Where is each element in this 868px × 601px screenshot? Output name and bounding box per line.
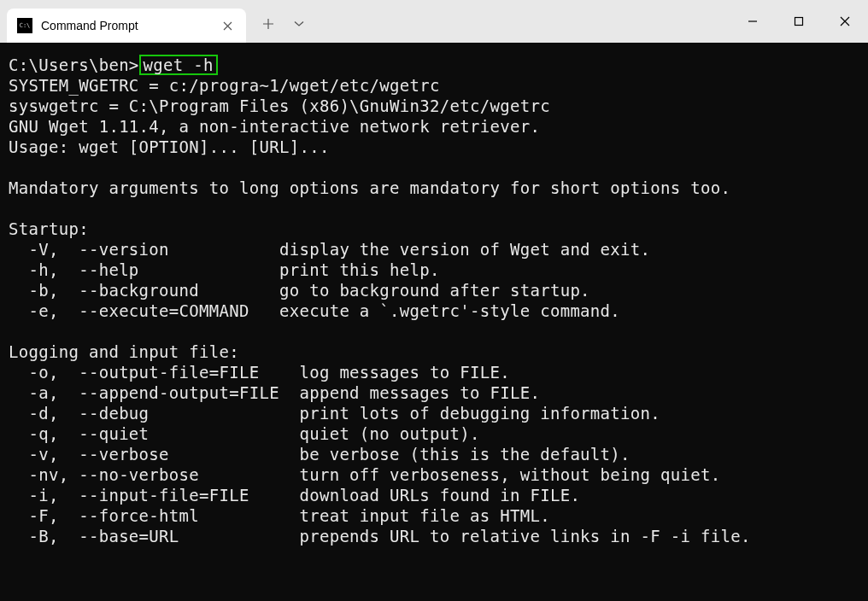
tab-title: Command Prompt	[41, 19, 219, 32]
terminal-line: -F, --force-html treat input file as HTM…	[9, 506, 550, 525]
prompt: C:\Users\ben>	[9, 55, 139, 74]
terminal-line: Logging and input file:	[9, 342, 239, 361]
close-window-button[interactable]	[822, 4, 868, 38]
terminal-line: -B, --base=URL prepends URL to relative …	[9, 527, 751, 546]
terminal-line: -i, --input-file=FILE download URLs foun…	[9, 486, 580, 505]
terminal-line: Startup:	[9, 219, 89, 238]
terminal-line: -b, --background go to background after …	[9, 281, 590, 300]
terminal-line: -v, --verbose be verbose (this is the de…	[9, 445, 630, 464]
minimize-icon	[748, 16, 758, 26]
terminal-line: -a, --append-output=FILE append messages…	[9, 383, 540, 402]
minimize-button[interactable]	[730, 4, 776, 38]
titlebar-left: C:\ Command Prompt	[0, 0, 313, 43]
command-highlight: wget -h	[139, 55, 218, 75]
terminal-line: syswgetrc = C:\Program Files (x86)\GnuWi…	[9, 96, 550, 115]
terminal-line: Mandatory arguments to long options are …	[9, 178, 730, 197]
terminal-line: GNU Wget 1.11.4, a non-interactive netwo…	[9, 117, 540, 136]
tab-command-prompt[interactable]: C:\ Command Prompt	[7, 9, 246, 43]
tab-dropdown-button[interactable]	[285, 10, 313, 38]
window-titlebar: C:\ Command Prompt	[0, 0, 868, 43]
terminal-line: -V, --version display the version of Wge…	[9, 240, 650, 259]
plus-icon	[262, 18, 274, 30]
terminal-line: -o, --output-file=FILE log messages to F…	[9, 363, 510, 382]
chevron-down-icon	[294, 20, 304, 27]
close-icon	[840, 16, 850, 26]
window-controls	[730, 0, 868, 43]
terminal-line: -q, --quiet quiet (no output).	[9, 424, 480, 443]
terminal-line: SYSTEM_WGETRC = c:/progra~1/wget/etc/wge…	[9, 76, 440, 95]
terminal-line: -h, --help print this help.	[9, 260, 440, 279]
terminal-line: Usage: wget [OPTION]... [URL]...	[9, 137, 330, 156]
new-tab-button[interactable]	[255, 10, 282, 38]
terminal-line: -nv, --no-verbose turn off verboseness, …	[9, 465, 720, 484]
maximize-button[interactable]	[776, 4, 822, 38]
svg-rect-0	[795, 18, 803, 26]
close-tab-button[interactable]	[219, 17, 236, 34]
maximize-icon	[794, 16, 804, 26]
terminal-output[interactable]: C:\Users\ben>wget -h SYSTEM_WGETRC = c:/…	[0, 43, 868, 601]
cmd-icon: C:\	[17, 18, 32, 33]
terminal-line: -d, --debug print lots of debugging info…	[9, 404, 660, 423]
close-icon	[223, 21, 232, 31]
terminal-line: -e, --execute=COMMAND execute a `.wgetrc…	[9, 301, 620, 320]
